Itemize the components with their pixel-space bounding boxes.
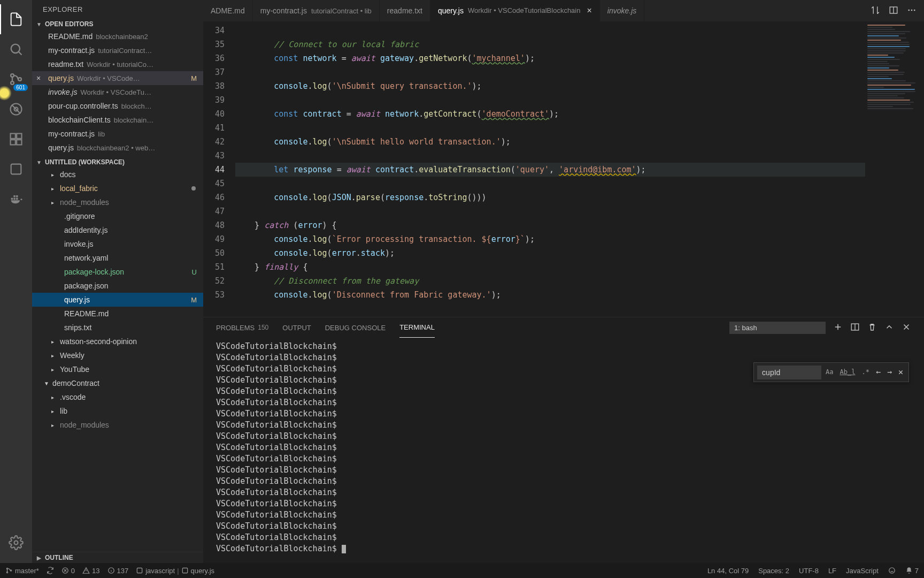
open-editor-item[interactable]: × my-contract.js tutorialContract… xyxy=(32,43,203,57)
cursor-pos-item[interactable]: Ln 44, Col 79 xyxy=(707,567,749,575)
code-line[interactable] xyxy=(235,149,865,163)
close-icon[interactable]: × xyxy=(36,74,44,82)
warnings-item[interactable]: 13 xyxy=(82,567,99,575)
editor-tab[interactable]: invoke.js xyxy=(600,0,644,21)
code-line[interactable] xyxy=(235,65,865,79)
code-line[interactable]: console.log('\nSubmit query transaction.… xyxy=(235,79,865,93)
folder-item[interactable]: ▸ watson-second-opinion xyxy=(32,334,203,348)
code-line[interactable] xyxy=(235,93,865,107)
open-editor-item[interactable]: × blockchainClient.ts blockchain… xyxy=(32,113,203,127)
code-line[interactable]: console.log(error.stack); xyxy=(235,246,865,260)
editor-tab[interactable]: query.js Workdir • VSCodeTutorialBlockch… xyxy=(430,0,600,21)
open-editor-item[interactable]: × query.js Workdir • VSCode… M xyxy=(32,71,203,85)
code-line[interactable]: // Connect to our local fabric xyxy=(235,37,865,51)
regex-toggle[interactable]: .* xyxy=(859,365,871,379)
editor-tab[interactable]: ADME.md xyxy=(203,0,253,21)
match-case-toggle[interactable]: Aa xyxy=(823,365,835,379)
code-line[interactable]: console.log('Disconnect from Fabric gate… xyxy=(235,288,865,302)
code-line[interactable]: console.log('\nSubmit hello world transa… xyxy=(235,135,865,149)
file-item[interactable]: invoke.js xyxy=(32,237,203,251)
debug-icon[interactable] xyxy=(0,94,32,124)
code-line[interactable]: console.log(JSON.parse(response.toString… xyxy=(235,191,865,204)
close-panel-icon[interactable] xyxy=(902,322,911,333)
notifications-item[interactable]: 7 xyxy=(905,567,919,575)
folder-item[interactable]: ▸ .vscode xyxy=(32,390,203,404)
open-editor-item[interactable]: × query.js blockchainbean2 • web… xyxy=(32,141,203,155)
scm-icon[interactable]: 601 xyxy=(0,64,32,94)
file-item[interactable]: snips.txt xyxy=(32,321,203,334)
new-terminal-icon[interactable] xyxy=(833,322,843,333)
sync-item[interactable] xyxy=(47,567,54,574)
find-prev-icon[interactable]: ← xyxy=(874,366,883,379)
folder-item[interactable]: ▸ YouTube xyxy=(32,362,203,376)
find-next-icon[interactable]: → xyxy=(885,366,894,379)
code-line[interactable] xyxy=(235,204,865,218)
code-line[interactable]: console.log(`Error processing transactio… xyxy=(235,232,865,246)
code-line[interactable] xyxy=(235,177,865,191)
file-item[interactable]: .gitignore xyxy=(32,209,203,223)
close-icon[interactable]: × xyxy=(587,6,591,16)
minimap[interactable] xyxy=(865,21,924,317)
folder-item[interactable]: ▸ docs xyxy=(32,168,203,181)
open-editor-item[interactable]: × my-contract.js lib xyxy=(32,127,203,141)
terminal-tab[interactable]: TERMINAL xyxy=(399,317,435,338)
find-input[interactable] xyxy=(757,366,821,379)
code-line[interactable]: } finally { xyxy=(235,260,865,274)
feedback-icon[interactable] xyxy=(888,567,896,575)
code-line[interactable]: // Disconnect from the gateway xyxy=(235,274,865,288)
git-branch-item[interactable]: master* xyxy=(5,567,39,575)
split-editor-icon[interactable] xyxy=(889,5,898,17)
find-close-icon[interactable]: ✕ xyxy=(896,366,905,379)
code-line[interactable] xyxy=(235,24,865,37)
info-item[interactable]: 137 xyxy=(107,567,129,575)
docker-icon[interactable] xyxy=(0,184,32,214)
workspace-header[interactable]: ▼ UNTITLED (WORKSPACE) xyxy=(32,157,203,168)
kill-terminal-icon[interactable] xyxy=(867,322,877,333)
eol-item[interactable]: LF xyxy=(828,567,836,575)
ibp-icon[interactable] xyxy=(0,154,32,184)
open-editor-item[interactable]: × README.md blockchainbean2 xyxy=(32,29,203,43)
output-tab[interactable]: OUTPUT xyxy=(282,317,311,338)
debug-console-tab[interactable]: DEBUG CONSOLE xyxy=(325,317,386,338)
open-editor-item[interactable]: × readme.txt Workdir • tutorialCo… xyxy=(32,57,203,71)
encoding-item[interactable]: UTF-8 xyxy=(799,567,819,575)
folder-item[interactable]: ▸ local_fabric xyxy=(32,181,203,195)
explorer-icon[interactable] xyxy=(0,4,32,34)
match-word-toggle[interactable]: Ab̲l xyxy=(838,365,858,379)
editor-tab[interactable]: my-contract.js tutorialContract • lib xyxy=(253,0,380,21)
file-item[interactable]: network.yaml xyxy=(32,251,203,265)
code-line[interactable] xyxy=(235,121,865,135)
terminal-body[interactable]: Aa Ab̲l .* ← → ✕ VSCodeTutorialBlockchai… xyxy=(203,338,924,563)
extensions-icon[interactable] xyxy=(0,124,32,154)
search-icon[interactable] xyxy=(0,34,32,64)
lang-detect-item[interactable]: javascript | query.js xyxy=(136,567,214,575)
open-editor-item[interactable]: × invoke.js Workdir • VSCodeTu… xyxy=(32,85,203,99)
language-mode-item[interactable]: JavaScript xyxy=(846,567,879,575)
errors-item[interactable]: 0 xyxy=(61,567,75,575)
code-line[interactable]: let response = await contract.evaluateTr… xyxy=(235,163,865,177)
folder-item[interactable]: ▸ node_modules xyxy=(32,418,203,432)
file-item[interactable]: package-lock.json U xyxy=(32,265,203,279)
folder-item[interactable]: ▸ Weekly xyxy=(32,348,203,362)
open-editors-header[interactable]: ▼ OPEN EDITORS xyxy=(32,19,203,29)
code-line[interactable]: const contract = await network.getContra… xyxy=(235,107,865,121)
more-icon[interactable] xyxy=(907,5,917,17)
settings-gear-icon[interactable] xyxy=(0,528,32,558)
outline-header[interactable]: ▶ OUTLINE xyxy=(32,552,203,563)
file-item[interactable]: package.json xyxy=(32,279,203,293)
file-item[interactable]: README.md xyxy=(32,307,203,321)
problems-tab[interactable]: PROBLEMS 150 xyxy=(216,317,268,338)
file-item[interactable]: query.js M xyxy=(32,293,203,307)
file-item[interactable]: addIdentity.js xyxy=(32,223,203,237)
code-line[interactable]: const network = await gateway.getNetwork… xyxy=(235,51,865,65)
compare-icon[interactable] xyxy=(871,5,880,17)
folder-item[interactable]: ▼ demoContract xyxy=(32,376,203,390)
spaces-item[interactable]: Spaces: 2 xyxy=(758,567,789,575)
maximize-panel-icon[interactable] xyxy=(884,322,894,333)
editor-tab[interactable]: readme.txt xyxy=(380,0,430,21)
split-terminal-icon[interactable] xyxy=(850,322,860,333)
folder-item[interactable]: ▸ lib xyxy=(32,404,203,418)
folder-item[interactable]: ▸ node_modules xyxy=(32,195,203,209)
open-editor-item[interactable]: × pour-cup.controller.ts blockch… xyxy=(32,99,203,113)
terminal-select[interactable]: 1: bash xyxy=(729,322,826,334)
